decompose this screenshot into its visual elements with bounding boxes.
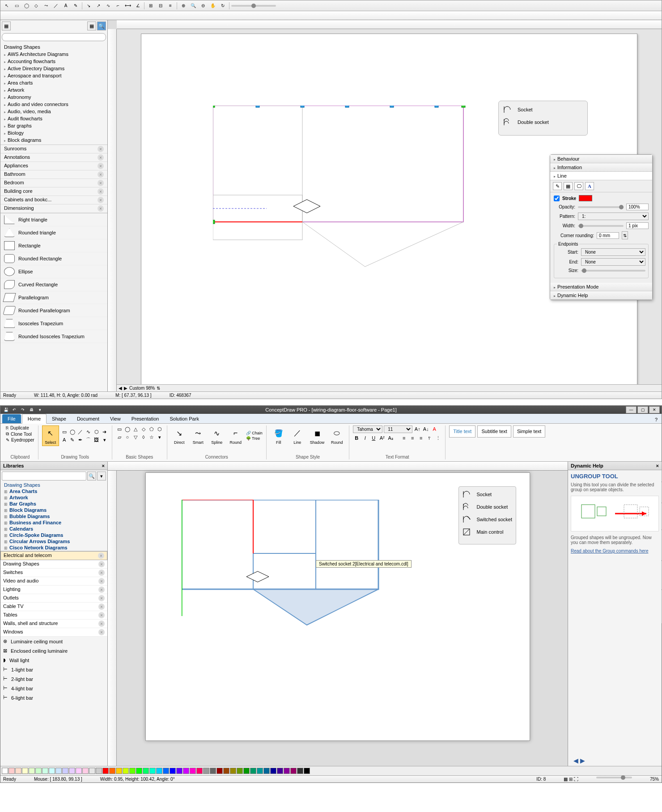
conn-chain[interactable]: 🔗 Chain [246, 431, 263, 435]
shape-item[interactable]: Right triangle [0, 213, 107, 226]
cat2-item[interactable]: Video and audio× [0, 577, 107, 586]
page-prev[interactable]: ◀ [119, 386, 122, 391]
title-text-btn[interactable]: Title text [449, 425, 475, 438]
bottom-scrollbar[interactable]: ◀ ▶ Custom 98% ⇅ [117, 384, 662, 391]
conn-direct[interactable]: ↘Direct [171, 425, 188, 446]
palette-swatch[interactable] [8, 768, 15, 774]
tab-document[interactable]: Document [72, 414, 105, 423]
tool-dim[interactable]: ⟷ [123, 2, 132, 10]
help-next[interactable]: ▶ [580, 757, 585, 764]
close-button[interactable]: ✕ [649, 406, 660, 413]
help-link[interactable]: Read about the Group commands here [571, 548, 659, 553]
shape-item[interactable]: Rounded triangle [0, 226, 107, 239]
subtitle-text-btn[interactable]: Subtitle text [477, 425, 511, 438]
shape-arc-icon[interactable]: ⌒ [85, 436, 92, 443]
width-slider[interactable] [578, 225, 624, 227]
palette-swatch[interactable] [123, 768, 129, 774]
tool-arrow2[interactable]: ↗ [94, 2, 103, 10]
align-center-icon[interactable]: ≡ [409, 434, 416, 442]
bullets-icon[interactable]: ⋮ [434, 434, 441, 442]
align-right-icon[interactable]: ≡ [417, 434, 424, 442]
close-icon[interactable]: × [98, 595, 105, 601]
pattern-select[interactable]: 1: [578, 213, 649, 220]
tree-item[interactable]: AWS Architecture Diagrams [0, 51, 107, 58]
sub-icon[interactable]: A₂ [387, 434, 394, 442]
panel-section-information[interactable]: Information [550, 163, 652, 172]
tab-view[interactable]: View [105, 414, 126, 423]
palette-swatch[interactable] [22, 768, 28, 774]
search-input[interactable] [2, 33, 106, 41]
tree-item[interactable]: Aerospace and transport [0, 72, 107, 79]
tab-solution[interactable]: Solution Park [164, 414, 204, 423]
palette-swatch[interactable] [2, 768, 8, 774]
close-icon[interactable]: × [98, 180, 104, 186]
tree-item[interactable]: Biology [0, 129, 107, 136]
tool-connector[interactable]: ⤳ [42, 2, 51, 10]
opacity-slider[interactable] [578, 206, 624, 208]
palette-swatch[interactable] [250, 768, 256, 774]
cat-item[interactable]: Sunrooms× [0, 145, 107, 153]
eyedropper-button[interactable]: ✎Eyedropper [6, 438, 34, 442]
fontsize-select[interactable]: 11 [384, 425, 412, 433]
palette-swatch[interactable] [35, 768, 42, 774]
palette-swatch[interactable] [290, 768, 297, 774]
palette-swatch[interactable] [156, 768, 162, 774]
tree-item[interactable]: Area charts [0, 79, 107, 86]
minimize-button[interactable]: — [626, 406, 637, 413]
shape-pen-icon[interactable]: ✒ [77, 436, 84, 443]
grow-font-icon[interactable]: A↑ [414, 425, 421, 433]
palette-swatch[interactable] [163, 768, 169, 774]
palette-swatch[interactable] [170, 768, 176, 774]
close-icon[interactable]: × [98, 587, 105, 593]
drawing-page2[interactable]: Socket Double socket Switched socket Mai… [145, 472, 530, 741]
start-select[interactable]: None [581, 248, 645, 256]
close-icon[interactable]: × [98, 561, 105, 567]
tree2-item[interactable]: Cisco Network Diagrams [0, 544, 107, 551]
palette-swatch[interactable] [230, 768, 236, 774]
stepper[interactable]: ⇅ [622, 231, 628, 239]
palette-swatch[interactable] [15, 768, 21, 774]
tab-screen-icon[interactable]: 🖵 [574, 182, 583, 190]
palette-swatch[interactable] [196, 768, 203, 774]
cat-item[interactable]: Building core× [0, 187, 107, 196]
maximize-button[interactable]: ▢ [637, 406, 648, 413]
conn-smart[interactable]: ⤳Smart [190, 425, 207, 446]
tool-angle[interactable]: ∠ [133, 2, 142, 10]
qat-print-icon[interactable]: 🖶 [28, 407, 35, 413]
palette-swatch[interactable] [257, 768, 263, 774]
cat2-item[interactable]: Cable TV× [0, 603, 107, 611]
tab-fill-icon[interactable]: ▦ [564, 182, 573, 190]
palette-swatch[interactable] [116, 768, 122, 774]
palette-swatch[interactable] [243, 768, 250, 774]
qat-save-icon[interactable]: 💾 [2, 407, 9, 413]
tree2-item[interactable]: Circular Arrows Diagrams [0, 538, 107, 544]
cat2-item[interactable]: Drawing Shapes× [0, 560, 107, 569]
shape-item[interactable]: Isosceles Trapezium [0, 317, 107, 330]
palette-swatch[interactable] [82, 768, 89, 774]
close-icon[interactable]: × [98, 205, 104, 212]
tool-pointer[interactable]: ↖ [2, 2, 11, 10]
palette-swatch[interactable] [237, 768, 243, 774]
shape-pencil-icon[interactable]: ✎ [69, 436, 76, 443]
bs-icon[interactable]: ☆ [148, 434, 155, 441]
align-left-icon[interactable]: ≡ [400, 434, 407, 442]
shape-item[interactable]: Rounded Isosceles Trapezium [0, 330, 107, 343]
shape2-item[interactable]: ⊢4-light bar [0, 684, 107, 693]
shape-line-icon[interactable]: ／ [77, 428, 84, 435]
tree-item[interactable]: Bar graphs [0, 122, 107, 129]
shape-ellipse-icon[interactable]: ◯ [69, 428, 76, 435]
tree2-item[interactable]: Artwork [0, 494, 107, 501]
palette-swatch[interactable] [129, 768, 136, 774]
tool-arrow1[interactable]: ↘ [84, 2, 93, 10]
tree-item[interactable]: Audio and video connectors [0, 101, 107, 108]
close-icon[interactable]: × [98, 578, 105, 584]
bs-icon[interactable]: ○ [124, 434, 131, 441]
tree-item[interactable]: Astronomy [0, 94, 107, 101]
clone-button[interactable]: ⧉Clone Tool [6, 431, 32, 437]
shape-item[interactable]: Parallelogram [0, 291, 107, 304]
view-grid-btn[interactable]: ▦ [87, 21, 96, 30]
tool-poly[interactable]: ⌐ [114, 2, 123, 10]
zoom-slider2[interactable] [596, 777, 632, 778]
tree-item[interactable]: Audit flowcharts [0, 115, 107, 122]
cat-item[interactable]: Appliances× [0, 162, 107, 170]
